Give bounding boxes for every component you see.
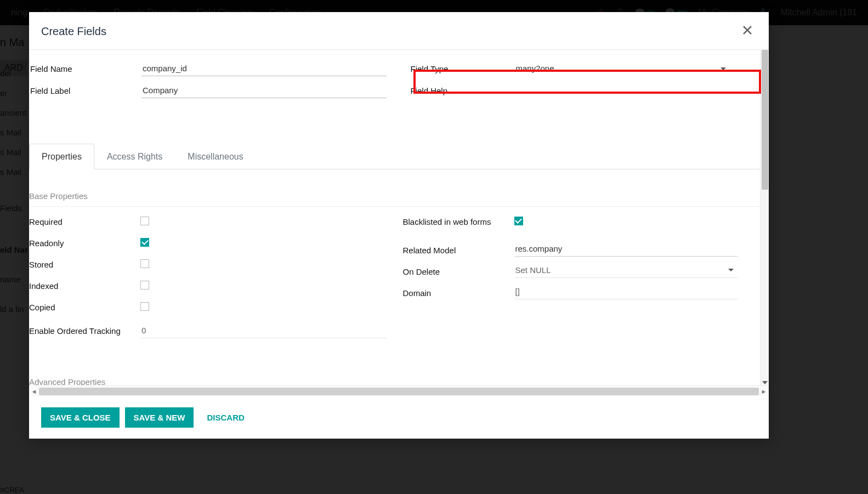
field-type-label: Field Type	[411, 64, 515, 73]
advanced-properties-title: Advanced Properties	[29, 377, 105, 385]
scrollbar-thumb[interactable]	[762, 50, 768, 190]
base-properties-title: Base Properties	[29, 191, 760, 201]
field-type-value: many2one	[515, 61, 721, 76]
scroll-right-icon[interactable]: ►	[759, 386, 769, 397]
copied-checkbox[interactable]	[140, 302, 149, 311]
scroll-left-icon[interactable]: ◄	[29, 386, 39, 397]
modal-footer: SAVE & CLOSE SAVE & NEW DISCARD	[29, 396, 769, 439]
indexed-label: Indexed	[29, 277, 140, 293]
discard-button[interactable]: DISCARD	[199, 407, 252, 428]
domain-label: Domain	[403, 285, 514, 300]
field-name-label: Field Name	[30, 64, 141, 73]
modal-header: Create Fields	[29, 12, 769, 50]
on-delete-label: On Delete	[403, 263, 514, 279]
indexed-checkbox[interactable]	[140, 281, 149, 289]
field-type-select[interactable]: many2one	[515, 61, 730, 76]
hscroll-thumb[interactable]	[39, 388, 759, 395]
save-new-button[interactable]: SAVE & NEW	[125, 407, 194, 428]
on-delete-select[interactable]: Set NULL	[514, 263, 739, 278]
required-checkbox[interactable]	[140, 217, 149, 225]
readonly-checkbox[interactable]	[140, 238, 149, 247]
tracking-label: Enable Ordered Tracking	[29, 324, 140, 338]
field-help-label: Field Help	[411, 86, 515, 95]
stored-checkbox[interactable]	[140, 259, 149, 268]
stored-label: Stored	[29, 256, 140, 272]
required-label: Required	[29, 213, 140, 229]
blacklisted-label: Blacklisted in web forms	[403, 213, 514, 229]
tab-access-rights[interactable]: Access Rights	[94, 144, 175, 169]
vertical-scrollbar[interactable]	[760, 50, 769, 385]
close-icon[interactable]	[740, 22, 754, 41]
related-model-label: Related Model	[403, 242, 514, 258]
tab-miscellaneous[interactable]: Miscellaneous	[175, 144, 256, 169]
tracking-input[interactable]	[140, 323, 387, 338]
field-label-label: Field Label	[30, 86, 141, 95]
on-delete-value: Set NULL	[515, 265, 551, 275]
copied-label: Copied	[29, 299, 140, 315]
chevron-down-icon	[721, 67, 726, 70]
tabs: Properties Access Rights Miscellaneous	[29, 143, 760, 169]
field-label-input[interactable]	[141, 83, 387, 98]
modal-body: Field Name Field Label Field Type many2o…	[29, 50, 760, 385]
horizontal-scrollbar[interactable]: ◄ ►	[29, 385, 769, 396]
domain-input[interactable]	[514, 285, 739, 299]
create-fields-modal: Create Fields Field Name Field Label	[29, 12, 769, 439]
blacklisted-checkbox[interactable]	[514, 217, 523, 225]
save-close-button[interactable]: SAVE & CLOSE	[41, 407, 120, 428]
modal-title: Create Fields	[41, 25, 106, 38]
field-name-input[interactable]	[141, 61, 387, 76]
scroll-down-icon[interactable]	[762, 381, 768, 384]
readonly-label: Readonly	[29, 235, 140, 251]
tab-properties[interactable]: Properties	[29, 144, 94, 169]
chevron-down-icon	[728, 269, 734, 271]
related-model-input[interactable]	[514, 242, 739, 257]
